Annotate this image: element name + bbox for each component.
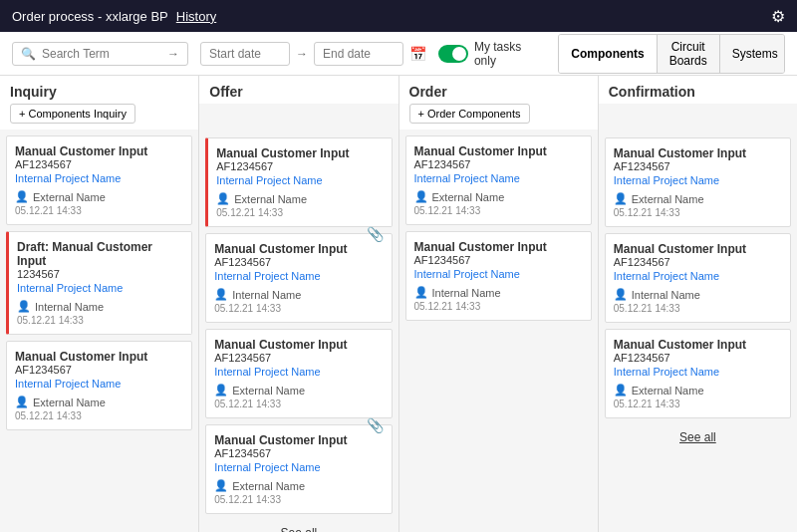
card-name: Internal Name [432,287,501,299]
card-title: Manual Customer Input [214,338,383,352]
card-project: Internal Project Name [15,172,183,184]
card[interactable]: Manual Customer InputAF1234567Internal P… [405,135,592,225]
card-name: External Name [632,385,704,397]
card[interactable]: Manual Customer InputAF1234567Internal P… [605,329,791,418]
card-title: Manual Customer Input [214,242,383,256]
card-name-row: 👤External Name [414,190,583,203]
card[interactable]: Manual Customer InputAF1234567Internal P… [205,329,392,418]
card-date: 05.12.21 14:33 [614,207,782,218]
column-confirmation: ConfirmationManual Customer InputAF12345… [599,76,797,532]
card[interactable]: 📎Manual Customer InputAF1234567Internal … [205,233,392,323]
card-id: AF1234567 [15,158,183,170]
card-title: Manual Customer Input [214,433,383,447]
card-project: Internal Project Name [414,172,583,184]
calendar-icon[interactable]: 📅 [409,46,426,62]
card[interactable]: Manual Customer InputAF1234567Internal P… [605,233,791,323]
card[interactable]: Manual Customer InputAF1234567Internal P… [205,137,392,227]
card-id: AF1234567 [15,364,183,376]
card-id: AF1234567 [216,160,383,172]
end-date-input[interactable] [314,42,403,66]
card-name-row: 👤Internal Name [614,288,782,301]
view-tabs: Components Circuit Boards Systems [558,34,785,74]
start-date-input[interactable] [200,42,290,66]
person-icon: 👤 [614,288,628,301]
toggle-group: My tasks only [438,40,534,68]
search-icon: 🔍 [21,47,36,61]
card[interactable]: Manual Customer InputAF1234567Internal P… [6,135,192,225]
card-id: AF1234567 [414,254,583,266]
column-subheader-order: + Order Components [399,104,598,130]
card-date: 05.12.21 14:33 [614,303,782,314]
card-project: Internal Project Name [214,270,383,282]
card-date: 05.12.21 14:33 [614,399,782,409]
add-btn-inquiry[interactable]: + Components Inquiry [10,104,135,124]
column-inquiry: Inquiry+ Components InquiryManual Custom… [0,76,199,532]
card-name: External Name [432,191,505,203]
card[interactable]: Manual Customer InputAF1234567Internal P… [6,341,192,430]
person-icon: 👤 [17,300,31,313]
my-tasks-toggle[interactable] [438,45,468,63]
card-name: Internal Name [35,301,104,313]
search-submit-icon[interactable]: → [167,47,179,61]
history-link[interactable]: History [176,9,216,24]
card[interactable]: Draft: Manual Customer Input1234567Inter… [6,231,192,335]
tab-circuit-boards[interactable]: Circuit Boards [658,35,720,73]
add-btn-order[interactable]: + Order Components [409,104,530,124]
card-date: 05.12.21 14:33 [214,494,383,505]
toolbar: 🔍 → → 📅 My tasks only Components Circuit… [0,32,797,76]
card[interactable]: Manual Customer InputAF1234567Internal P… [405,231,592,321]
person-icon: 👤 [15,396,29,408]
column-order: Order+ Order ComponentsManual Customer I… [399,76,599,532]
card-name-row: 👤External Name [614,384,782,397]
card-name: External Name [33,397,106,408]
person-icon: 👤 [414,190,428,203]
attachment-icon: 📎 [367,417,384,433]
column-scroll-confirmation: Manual Customer InputAF1234567Internal P… [599,132,797,532]
card-project: Internal Project Name [614,174,782,186]
card-project: Internal Project Name [17,282,183,294]
person-icon: 👤 [214,384,228,397]
date-range: → 📅 [200,42,426,66]
person-icon: 👤 [216,192,230,205]
card-name: External Name [632,193,704,205]
card-title: Manual Customer Input [15,144,183,158]
card-project: Internal Project Name [614,270,782,282]
card-name-row: 👤Internal Name [17,300,183,313]
card-name: External Name [232,385,305,397]
card-name-row: 👤Internal Name [214,288,383,301]
tab-systems[interactable]: Systems [720,35,785,73]
card-id: 1234567 [17,268,183,280]
card-name-row: 👤External Name [614,192,782,205]
card[interactable]: 📎Manual Customer InputAF1234567Internal … [205,424,392,514]
card[interactable]: Manual Customer InputAF1234567Internal P… [605,137,791,227]
search-input[interactable] [42,47,161,61]
column-header-order: Order [399,76,598,104]
card-name-row: 👤External Name [15,396,183,408]
card-name-row: 👤Internal Name [414,286,583,299]
settings-icon[interactable]: ⚙ [771,7,785,26]
card-project: Internal Project Name [214,366,383,378]
tab-components[interactable]: Components [559,35,657,73]
card-id: AF1234567 [614,352,782,364]
card-title: Manual Customer Input [614,338,782,352]
person-icon: 👤 [214,288,228,301]
card-id: AF1234567 [614,160,782,172]
attachment-icon: 📎 [367,226,384,242]
search-box[interactable]: 🔍 → [12,42,188,66]
card-name: Internal Name [232,289,301,301]
card-id: AF1234567 [214,256,383,268]
column-scroll-inquiry: Manual Customer InputAF1234567Internal P… [0,130,198,532]
card-title: Manual Customer Input [614,146,782,160]
card-id: AF1234567 [214,447,383,459]
card-project: Internal Project Name [15,378,183,390]
card-name: External Name [33,191,106,203]
card-date: 05.12.21 14:33 [216,207,383,218]
card-id: AF1234567 [614,256,782,268]
person-icon: 👤 [214,479,228,492]
see-all-link[interactable]: See all [205,520,392,532]
column-header-inquiry: Inquiry [0,76,198,104]
card-project: Internal Project Name [414,268,583,280]
column-scroll-offer: Manual Customer InputAF1234567Internal P… [199,132,398,532]
card-title: Manual Customer Input [414,240,583,254]
see-all-link[interactable]: See all [605,424,791,450]
